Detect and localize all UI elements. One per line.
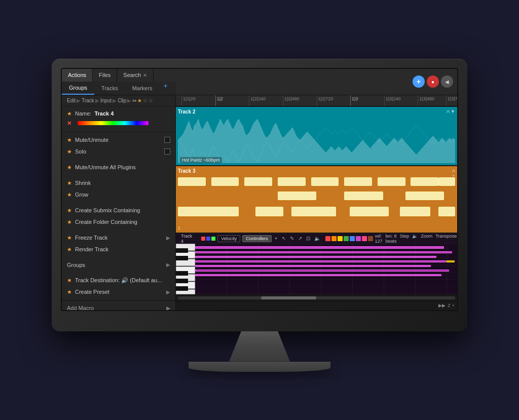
cursor-tool[interactable]: ↖: [281, 236, 287, 241]
tab-files[interactable]: Files: [93, 69, 117, 82]
add-macro-button[interactable]: Add Macro ▶: [62, 300, 175, 310]
pr-note-m2: [344, 192, 383, 200]
preset-arrow: ▶: [166, 289, 170, 295]
star-destination: ★: [67, 277, 72, 284]
name-star: ★: [67, 110, 72, 117]
track-2-corner: A ▼: [447, 109, 455, 114]
star-mute: ★: [67, 137, 72, 143]
swatch-pink[interactable]: [362, 236, 367, 241]
color-bar-row: ✕: [62, 119, 175, 130]
solo-checkbox[interactable]: [164, 148, 170, 155]
track-3-corner: A+-: [452, 168, 455, 183]
pr-note-l6: [438, 207, 455, 216]
menu-item-mute-plugins[interactable]: ★ Mute/Unmute All Plugins: [62, 162, 175, 173]
svg-rect-7: [176, 248, 188, 253]
transport-controls: + ● ◀: [176, 69, 457, 95]
transpose-label: Transpose: [435, 234, 457, 244]
svg-rect-9: [176, 271, 188, 276]
ruler-mark-3: 1|2|240: [249, 95, 266, 106]
bottom-dot: •: [453, 303, 454, 308]
folder-label: Create Folder Containing: [75, 219, 137, 225]
step-speaker[interactable]: 🔈: [412, 234, 418, 244]
ruler-mark-5: 1|2|720: [317, 95, 333, 106]
color-bar[interactable]: [78, 121, 149, 125]
midi-editor-area[interactable]: [195, 244, 457, 294]
breadcrumb-track[interactable]: Track: [82, 98, 94, 103]
record-button[interactable]: ●: [427, 75, 439, 88]
tab-search-close[interactable]: ✕: [143, 72, 147, 78]
tab-actions[interactable]: Actions: [62, 69, 93, 82]
svg-rect-10: [176, 279, 188, 283]
pencil-tool[interactable]: ✎: [289, 236, 295, 241]
menu-item-solo[interactable]: ★ Solo: [62, 146, 175, 158]
tab-search[interactable]: Search ✕: [117, 69, 154, 82]
menu-item-mute[interactable]: ★ Mute/Unmute: [62, 134, 175, 146]
breadcrumb-clip[interactable]: Clip: [118, 98, 126, 103]
velocity-tab[interactable]: Velocity: [217, 235, 240, 242]
track-area: 1|1|20 1|2 1|2|240 1|2|480 1|2|720 1|3 1…: [176, 95, 457, 310]
menu-item-grow[interactable]: ★ Grow: [62, 189, 175, 201]
breadcrumb-input[interactable]: Input: [100, 98, 112, 103]
menu-item-submix[interactable]: ★ Create Submix Containing: [62, 205, 175, 216]
speaker-tool[interactable]: 🔈: [313, 236, 321, 241]
swatch-brown[interactable]: [368, 236, 373, 241]
menu-item-destination[interactable]: ★ Track Destination: 🔊 (Default au...: [62, 275, 175, 286]
bottom-z[interactable]: Z: [448, 303, 451, 308]
add-button[interactable]: +: [413, 75, 425, 88]
scrollbar-area: [176, 295, 457, 301]
subtab-markers-label: Markers: [132, 85, 153, 91]
track-4[interactable]: Track 4 Velocity Controllers: [176, 234, 457, 294]
subtab-tracks[interactable]: Tracks: [94, 82, 125, 95]
pr-note-l2: [255, 207, 283, 216]
mute-checkbox[interactable]: [164, 137, 170, 143]
nav-button[interactable]: ◀: [441, 75, 453, 88]
ruler-mark-7: 1|3|240: [384, 95, 401, 106]
select-tool[interactable]: ⊡: [305, 236, 311, 241]
groups-arrow: ▶: [166, 262, 170, 268]
monitor-bezel: Actions Files Search ✕: [52, 59, 467, 331]
piano-roll-container: [178, 176, 455, 230]
midi-note-row4: [195, 260, 447, 262]
menu-item-folder[interactable]: ★ Create Folder Containing: [62, 216, 175, 228]
pr-note-5: [311, 177, 339, 186]
name-row: ★ Name: Track 4: [62, 108, 175, 119]
track-2[interactable]: Track 2 A ▼: [176, 107, 457, 166]
subtab-groups[interactable]: Groups: [62, 82, 94, 95]
color-x-btn[interactable]: ✕: [67, 120, 71, 127]
menu-item-shrink[interactable]: ★ Shrink: [62, 177, 175, 189]
midi-note-row2: [195, 251, 452, 253]
menu-item-preset[interactable]: ★ Create Preset ▶: [62, 286, 175, 298]
star-shrink: ★: [67, 180, 72, 186]
step-label: Step: [400, 234, 410, 244]
breadcrumb-star1: ★: [137, 98, 142, 103]
add-tab-button[interactable]: +: [159, 82, 171, 95]
star-mute-plugins: ★: [67, 164, 72, 171]
pr-note-l1: [178, 207, 239, 216]
controllers-tab[interactable]: Controllers: [242, 235, 272, 242]
menu-item-groups[interactable]: Groups ▶: [62, 259, 175, 271]
add-macro-arrow: ▶: [166, 305, 170, 310]
spacer-3: [62, 201, 175, 205]
subtab-markers[interactable]: Markers: [125, 82, 160, 95]
swatch-green[interactable]: [344, 236, 349, 241]
len-value: len: 8 beats: [386, 234, 397, 244]
swatch-yellow[interactable]: [338, 236, 343, 241]
menu-item-render[interactable]: ★ Render Track: [62, 244, 175, 255]
star-solo: ★: [67, 148, 72, 155]
clip-label: Hot Pantz ~60bpm: [180, 157, 222, 163]
menu-item-freeze[interactable]: ★ Freeze Track ▶: [62, 232, 175, 244]
pointer-tool[interactable]: ↗: [297, 236, 303, 241]
scrollbar-track[interactable]: [178, 296, 455, 299]
app-container: Actions Files Search ✕: [62, 69, 457, 310]
bottom-arrow[interactable]: ▶▶: [438, 303, 446, 308]
swatch-blue[interactable]: [350, 236, 355, 241]
scrollbar-thumb[interactable]: [261, 296, 316, 299]
groups-label: Groups: [67, 262, 85, 268]
ruler-marks: 1|1|20 1|2 1|2|240 1|2|480 1|2|720 1|3 1…: [176, 95, 457, 106]
plus-tool[interactable]: +: [274, 236, 279, 241]
track-3[interactable]: Track 3 A+-: [176, 166, 457, 232]
swatch-purple[interactable]: [356, 236, 361, 241]
swatch-red[interactable]: [325, 236, 330, 241]
name-value: Track 4: [94, 110, 114, 117]
swatch-orange[interactable]: [331, 236, 337, 241]
